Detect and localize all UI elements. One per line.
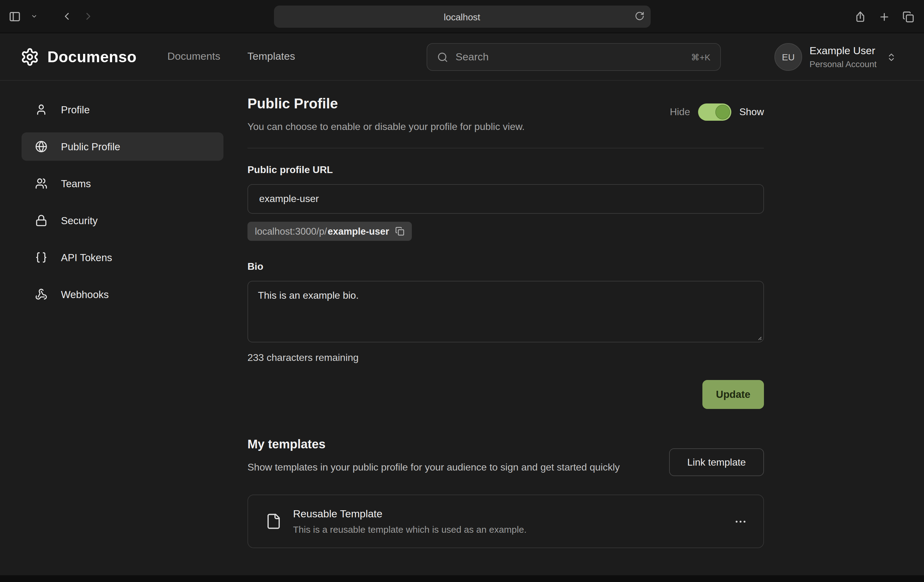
url-preview-prefix: localhost:3000/p/ — [255, 226, 327, 237]
sidebar-item-label: Teams — [61, 178, 91, 189]
main-content: Public Profile You can choose to enable … — [248, 0, 764, 548]
characters-remaining: 233 characters remaining — [248, 352, 764, 363]
share-icon[interactable] — [855, 11, 866, 23]
templates-description: Show templates in your public profile fo… — [248, 460, 642, 474]
url-field-label: Public profile URL — [248, 164, 764, 175]
globe-icon — [35, 141, 48, 153]
sidebar-item-label: API Tokens — [61, 251, 112, 263]
bio-textarea[interactable]: This is an example bio. — [248, 281, 764, 342]
brand-name: Documenso — [48, 48, 137, 66]
update-button[interactable]: Update — [702, 380, 764, 409]
my-templates-section: My templates Show templates in your publ… — [248, 437, 764, 548]
url-preview-badge: localhost:3000/p/ example-user — [248, 222, 412, 241]
chevrons-up-down-icon — [886, 52, 896, 62]
lock-icon — [35, 214, 48, 227]
file-icon — [265, 513, 282, 530]
documenso-logo-icon — [20, 47, 40, 66]
braces-icon — [35, 251, 48, 264]
hide-label: Hide — [670, 107, 690, 117]
sidebar-item-api-tokens[interactable]: API Tokens — [21, 243, 223, 271]
template-description: This is a reusable template which is use… — [293, 524, 526, 534]
visibility-control: Hide Show — [670, 104, 764, 121]
sidebar-item-label: Public Profile — [61, 141, 120, 152]
page-subtitle: You can choose to enable or disable your… — [248, 121, 764, 132]
account-name: Example User — [810, 45, 876, 57]
nav-documents[interactable]: Documents — [167, 51, 220, 63]
sidebar-item-teams[interactable]: Teams — [21, 169, 223, 198]
section-divider — [248, 148, 764, 149]
users-icon — [35, 177, 48, 190]
profile-visibility-toggle[interactable] — [698, 104, 731, 121]
sidebar-item-security[interactable]: Security — [21, 206, 223, 235]
copy-icon[interactable] — [395, 227, 404, 236]
toggle-knob — [715, 105, 730, 119]
account-menu[interactable]: EU Example User Personal Account — [774, 33, 896, 81]
url-preview-slug: example-user — [327, 226, 389, 237]
link-template-button[interactable]: Link template — [669, 448, 764, 476]
sidebar-item-label: Webhooks — [61, 289, 109, 300]
new-tab-icon[interactable] — [878, 11, 890, 23]
account-type: Personal Account — [810, 59, 876, 69]
webhook-icon — [35, 288, 48, 301]
tabs-overview-icon[interactable] — [903, 11, 914, 23]
show-label: Show — [739, 107, 764, 117]
sidebar-item-label: Profile — [61, 104, 90, 116]
user-icon — [35, 104, 48, 116]
sidebar-item-webhooks[interactable]: Webhooks — [21, 280, 223, 309]
forward-button[interactable] — [82, 10, 94, 22]
screen: localhost Documenso Documents — [0, 0, 924, 582]
avatar: EU — [774, 43, 802, 71]
public-profile-url-input[interactable] — [248, 184, 764, 214]
chevron-down-icon[interactable] — [31, 13, 38, 20]
template-card[interactable]: Reusable Template This is a reusable tem… — [248, 494, 764, 548]
settings-sidebar: Profile Public Profile Teams Security AP… — [21, 96, 223, 317]
sidebar-item-public-profile[interactable]: Public Profile — [21, 132, 223, 161]
sidebar-toggle-icon[interactable] — [8, 10, 21, 23]
brand[interactable]: Documenso — [20, 47, 137, 66]
template-name: Reusable Template — [293, 508, 526, 521]
back-button[interactable] — [61, 10, 73, 22]
bio-field-label: Bio — [248, 261, 764, 272]
sidebar-item-label: Security — [61, 215, 97, 227]
window-bottom-edge — [0, 575, 924, 582]
more-options-button[interactable] — [734, 514, 747, 528]
sidebar-item-profile[interactable]: Profile — [21, 96, 223, 124]
